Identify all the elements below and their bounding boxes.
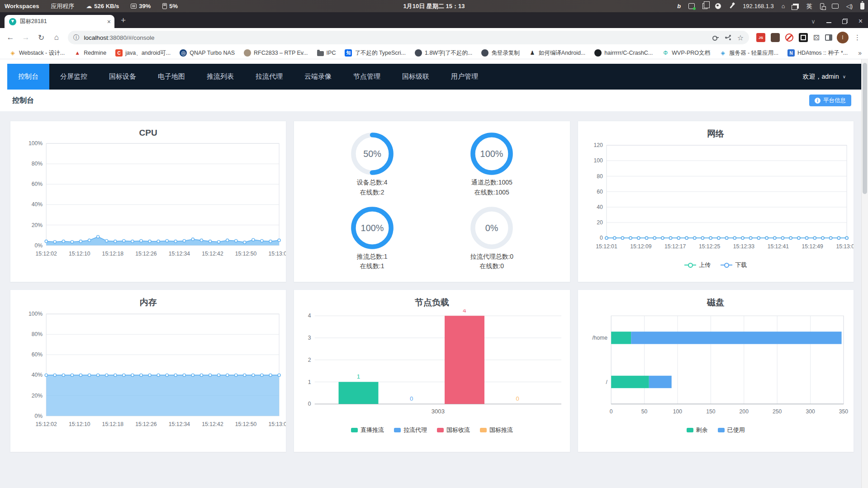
nav-tab-7[interactable]: 云端录像	[294, 64, 342, 90]
input-method-indicator[interactable]: 英	[806, 2, 812, 10]
back-button[interactable]: ←	[4, 31, 17, 44]
svg-text:15:12:49: 15:12:49	[802, 243, 823, 250]
bookmark-item[interactable]: ♟如何编译Android...	[525, 48, 589, 58]
bookmark-item[interactable]: IPC	[313, 48, 340, 57]
reload-button[interactable]: ↻	[34, 31, 48, 44]
legend-item[interactable]: 剩余	[687, 426, 708, 434]
legend-item[interactable]: 拉流代理	[394, 426, 427, 434]
bookmark-item[interactable]: ◎QNAP Turbo NAS	[176, 48, 238, 58]
restore-button[interactable]	[842, 19, 848, 24]
nav-tab-5[interactable]: 推流列表	[196, 64, 245, 90]
address-bar[interactable]: ⓘ localhost:38080/#/console ☆	[68, 31, 749, 44]
memory-chart: 0%20%40%60%80%100%15:12:0215:12:1015:12:…	[10, 309, 286, 438]
bing-tray-icon[interactable]: b	[677, 3, 681, 9]
net-speed-indicator[interactable]: ☁ 526 KB/s	[86, 3, 119, 9]
applications-menu[interactable]: 应用程序	[51, 2, 74, 10]
bookmark-item[interactable]: 免登录复制	[478, 48, 523, 58]
nav-tab-4[interactable]: 电子地图	[147, 64, 196, 90]
tab-favicon	[9, 18, 16, 25]
scrollbar-thumb[interactable]	[863, 63, 867, 194]
bookmark-item[interactable]: ▲Redmine	[70, 48, 110, 58]
minimize-button[interactable]	[826, 19, 831, 23]
home-button[interactable]: ⌂	[50, 31, 63, 44]
close-window-button[interactable]: ×	[859, 18, 863, 25]
page-scrollbar[interactable]	[861, 59, 868, 488]
bookmark-item[interactable]: 知了不起的 TypeScri...	[341, 48, 409, 58]
user-menu[interactable]: 欢迎，admin ∨	[803, 64, 861, 90]
svg-text:100%: 100%	[28, 140, 43, 147]
profile-avatar[interactable]: I	[837, 32, 849, 43]
bookmark-item[interactable]: hairrrrr/C-CrashC...	[591, 48, 656, 58]
svg-text:80: 80	[597, 173, 603, 180]
windows-tray-icon[interactable]	[793, 4, 799, 9]
forward-button[interactable]: →	[19, 31, 33, 44]
browser-tab[interactable]: 国标28181 ×	[5, 15, 114, 28]
nav-tab-10[interactable]: 用户管理	[440, 64, 489, 90]
volume-icon[interactable]: ◁)	[846, 3, 853, 9]
memory-indicator[interactable]: 5%	[162, 3, 178, 9]
extension-icon[interactable]	[771, 33, 780, 42]
bookmark-label: QNAP Turbo NAS	[190, 50, 235, 56]
bookmark-item[interactable]: ◈服务器 - 轻量应用...	[716, 48, 782, 58]
legend-item[interactable]: 国标推流	[480, 426, 513, 434]
legend-item[interactable]: 直播推流	[351, 426, 384, 434]
globe-icon	[481, 49, 489, 57]
workspaces-button[interactable]: Workspaces	[5, 3, 39, 9]
bookmark-item[interactable]: Cjava、android可...	[112, 48, 174, 58]
legend-item[interactable]: 国标收流	[437, 426, 470, 434]
bookmark-star-icon[interactable]: ☆	[737, 33, 744, 42]
side-panel-icon[interactable]	[825, 34, 832, 41]
screenshot-tray-icon[interactable]	[688, 3, 695, 9]
svg-text:0: 0	[609, 408, 612, 415]
new-tab-button[interactable]: +	[121, 15, 126, 25]
cpu-indicator[interactable]: 39%	[131, 3, 151, 9]
network-chart: 02040608010012015:12:0115:12:0915:12:171…	[578, 141, 854, 260]
bookmark-item[interactable]: 1.8W字|了不起的...	[411, 48, 476, 58]
tab-title: 国标28181	[20, 18, 104, 25]
tab-close-icon[interactable]: ×	[107, 18, 111, 25]
nav-tab-8[interactable]: 节点管理	[342, 64, 391, 90]
clipboard-tray-icon[interactable]	[702, 3, 707, 9]
svg-text:4: 4	[463, 309, 466, 314]
legend-item[interactable]: 下载	[721, 261, 747, 269]
gauge-total-label: 拉流代理总数:0	[470, 252, 513, 261]
display-icon[interactable]	[832, 4, 839, 9]
phone-link-icon[interactable]	[820, 3, 824, 9]
browser-menu-icon[interactable]: ⋮	[850, 33, 864, 42]
extension-blocker-icon[interactable]	[785, 33, 793, 42]
nav-tab-1[interactable]: 控制台	[7, 64, 49, 90]
legend-item[interactable]: 已使用	[718, 426, 745, 434]
extensions-puzzle-icon[interactable]: ⚄	[813, 33, 820, 42]
password-key-icon[interactable]	[712, 34, 719, 41]
bookmarks-overflow-icon[interactable]: »	[858, 49, 868, 57]
app-tray-icon[interactable]	[715, 3, 721, 9]
legend-item[interactable]: 上传	[684, 261, 711, 269]
share-icon[interactable]	[725, 35, 731, 41]
tab-search-icon[interactable]: ∨	[811, 19, 816, 24]
svg-text:15:12:50: 15:12:50	[235, 421, 257, 427]
site-info-icon[interactable]: ⓘ	[73, 33, 80, 42]
tool-tray-icon[interactable]	[729, 3, 735, 9]
memory-panel: 内存 0%20%40%60%80%100%15:12:0215:12:1015:…	[10, 289, 286, 452]
gauge-total-label: 通道总数:1005	[471, 178, 512, 187]
bookmark-item[interactable]: NHDAtmos :: 种子 *...	[784, 48, 851, 58]
platform-info-button[interactable]: i 平台信息	[809, 95, 851, 106]
battery-icon[interactable]	[860, 3, 864, 9]
nav-tab-6[interactable]: 拉流代理	[245, 64, 294, 90]
system-top-bar: Workspaces 应用程序 ☁ 526 KB/s 39% 5% 1月10日 …	[0, 0, 868, 12]
bookmark-item[interactable]: ΦWVP-PRO文档	[658, 48, 714, 58]
extension-js-icon[interactable]: JS	[756, 33, 765, 42]
svg-text:2: 2	[308, 357, 311, 363]
nav-tab-2[interactable]: 分屏监控	[49, 64, 98, 90]
bookmark-item[interactable]: RFC2833 – RTP Ev...	[240, 48, 312, 58]
gauge-online-label: 在线数:1005	[474, 188, 509, 197]
svg-text:/: /	[606, 379, 607, 385]
bookmark-label: 1.8W字|了不起的...	[425, 49, 472, 57]
bookmark-item[interactable]: ◈Webstack - 设计...	[5, 48, 68, 58]
svg-text:15:12:26: 15:12:26	[135, 251, 157, 257]
nav-tab-9[interactable]: 国标级联	[391, 64, 440, 90]
home-tray-icon[interactable]: ⌂	[782, 3, 785, 9]
nav-tab-3[interactable]: 国标设备	[98, 64, 147, 90]
extension-capture-icon[interactable]	[799, 33, 808, 42]
ip-indicator[interactable]: 192.168.1.3	[743, 3, 774, 9]
